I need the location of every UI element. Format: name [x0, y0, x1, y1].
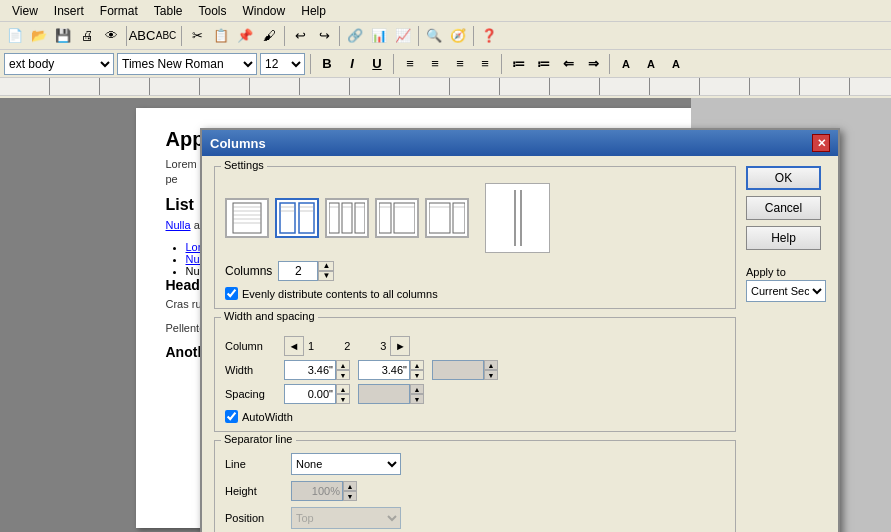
- font-size-select[interactable]: 12: [260, 53, 305, 75]
- svg-rect-18: [379, 203, 391, 233]
- height-up: ▲: [343, 481, 357, 491]
- align-left-btn[interactable]: ≡: [399, 53, 421, 75]
- spacing-field-3-empty: [432, 384, 498, 404]
- spacing-input-1[interactable]: [284, 384, 336, 404]
- paste-btn[interactable]: 📌: [234, 25, 256, 47]
- menu-table[interactable]: Table: [146, 2, 191, 20]
- menu-insert[interactable]: Insert: [46, 2, 92, 20]
- sep5: [418, 26, 419, 46]
- help-btn[interactable]: ❓: [478, 25, 500, 47]
- new-btn[interactable]: 📄: [4, 25, 26, 47]
- menu-format[interactable]: Format: [92, 2, 146, 20]
- width-down-1[interactable]: ▼: [336, 370, 350, 380]
- indent-less-btn[interactable]: ⇐: [557, 53, 579, 75]
- italic-btn[interactable]: I: [341, 53, 363, 75]
- preset-left-narrow[interactable]: [375, 198, 419, 238]
- width-up-3: ▲: [484, 360, 498, 370]
- cut-btn[interactable]: ✂: [186, 25, 208, 47]
- align-justify-btn[interactable]: ≡: [474, 53, 496, 75]
- menu-view[interactable]: View: [4, 2, 46, 20]
- line-label: Line: [225, 458, 285, 470]
- dialog-left: Settings: [214, 166, 736, 532]
- position-label: Position: [225, 512, 285, 524]
- width-input-2[interactable]: [358, 360, 410, 380]
- autowidth-checkbox[interactable]: [225, 410, 238, 423]
- hyperlink-btn[interactable]: 🔗: [344, 25, 366, 47]
- dialog-body: Settings: [202, 156, 838, 532]
- ws-width-row: Width ▲ ▼: [225, 360, 725, 380]
- print-btn[interactable]: 🖨: [76, 25, 98, 47]
- num-list-btn[interactable]: ≔: [507, 53, 529, 75]
- formatting-bar: ext body Times New Roman 12 B I U ≡ ≡ ≡ …: [0, 50, 891, 78]
- preset-2col[interactable]: [275, 198, 319, 238]
- indent-more-btn[interactable]: ⇒: [582, 53, 604, 75]
- copy-btn[interactable]: 📋: [210, 25, 232, 47]
- autowidth-label: AutoWidth: [242, 411, 293, 423]
- menu-tools[interactable]: Tools: [191, 2, 235, 20]
- distribute-row: Evenly distribute contents to all column…: [225, 287, 725, 300]
- width-up-2[interactable]: ▲: [410, 360, 424, 370]
- ws-label: Width and spacing: [221, 310, 318, 322]
- char-spacing-btn[interactable]: A: [665, 53, 687, 75]
- menu-window[interactable]: Window: [235, 2, 294, 20]
- chart-btn[interactable]: 📈: [392, 25, 414, 47]
- save-btn[interactable]: 💾: [52, 25, 74, 47]
- preset-1col[interactable]: [225, 198, 269, 238]
- dialog-close-btn[interactable]: ✕: [812, 134, 830, 152]
- cancel-btn[interactable]: Cancel: [746, 196, 821, 220]
- apply-to-select[interactable]: Current Section Whole Document This poin…: [746, 280, 826, 302]
- spellcheck2-btn[interactable]: ABC: [155, 25, 177, 47]
- width-down-2[interactable]: ▼: [410, 370, 424, 380]
- width-up-1[interactable]: ▲: [336, 360, 350, 370]
- underline-btn[interactable]: U: [366, 53, 388, 75]
- doc-link[interactable]: Nulla: [166, 219, 191, 231]
- preset-right-narrow[interactable]: [425, 198, 469, 238]
- preset-3col[interactable]: [325, 198, 369, 238]
- line-select[interactable]: None ---: [291, 453, 401, 475]
- columns-spin-up[interactable]: ▲: [318, 261, 334, 271]
- open-btn[interactable]: 📂: [28, 25, 50, 47]
- ruler: [0, 78, 891, 96]
- highlight-btn[interactable]: A: [640, 53, 662, 75]
- apply-section: Apply to Current Section Whole Document …: [746, 266, 826, 302]
- bul-list-btn[interactable]: ≔: [532, 53, 554, 75]
- align-center-btn[interactable]: ≡: [424, 53, 446, 75]
- width-spin-3: ▲ ▼: [484, 360, 498, 380]
- find-btn[interactable]: 🔍: [423, 25, 445, 47]
- columns-spin-down[interactable]: ▼: [318, 271, 334, 281]
- width-down-3: ▼: [484, 370, 498, 380]
- document-area: Application fo Lorem ipsum dolor sit ame…: [0, 98, 891, 532]
- col-prev-btn[interactable]: ◄: [284, 336, 304, 356]
- fmt-sep2: [393, 54, 394, 74]
- width-spin-2: ▲ ▼: [410, 360, 424, 380]
- font-select[interactable]: Times New Roman: [117, 53, 257, 75]
- spacing-down-1[interactable]: ▼: [336, 394, 350, 404]
- spellcheck-btn[interactable]: ABC: [131, 25, 153, 47]
- distribute-checkbox[interactable]: [225, 287, 238, 300]
- col-next-btn[interactable]: ►: [390, 336, 410, 356]
- table-btn[interactable]: 📊: [368, 25, 390, 47]
- style-select[interactable]: ext body: [4, 53, 114, 75]
- height-label: Height: [225, 485, 285, 497]
- bold-btn[interactable]: B: [316, 53, 338, 75]
- width-label: Width: [225, 364, 280, 376]
- undo-btn[interactable]: ↩: [289, 25, 311, 47]
- preview-btn[interactable]: 👁: [100, 25, 122, 47]
- align-right-btn[interactable]: ≡: [449, 53, 471, 75]
- spacing-up-1[interactable]: ▲: [336, 384, 350, 394]
- svg-rect-22: [429, 203, 450, 233]
- help-btn[interactable]: Help: [746, 226, 821, 250]
- settings-label: Settings: [221, 159, 267, 171]
- sep-position-row: Position Top Center Bottom: [225, 507, 725, 529]
- separator-group: Separator line Line None --- Height: [214, 440, 736, 532]
- width-input-1[interactable]: [284, 360, 336, 380]
- format-paint-btn[interactable]: 🖌: [258, 25, 280, 47]
- menu-help[interactable]: Help: [293, 2, 334, 20]
- ok-btn[interactable]: OK: [746, 166, 821, 190]
- spacing-field-1: ▲ ▼: [284, 384, 350, 404]
- font-color-btn[interactable]: A: [615, 53, 637, 75]
- sep-line-row: Line None ---: [225, 453, 725, 475]
- columns-input[interactable]: [278, 261, 318, 281]
- redo-btn[interactable]: ↪: [313, 25, 335, 47]
- navigator-btn[interactable]: 🧭: [447, 25, 469, 47]
